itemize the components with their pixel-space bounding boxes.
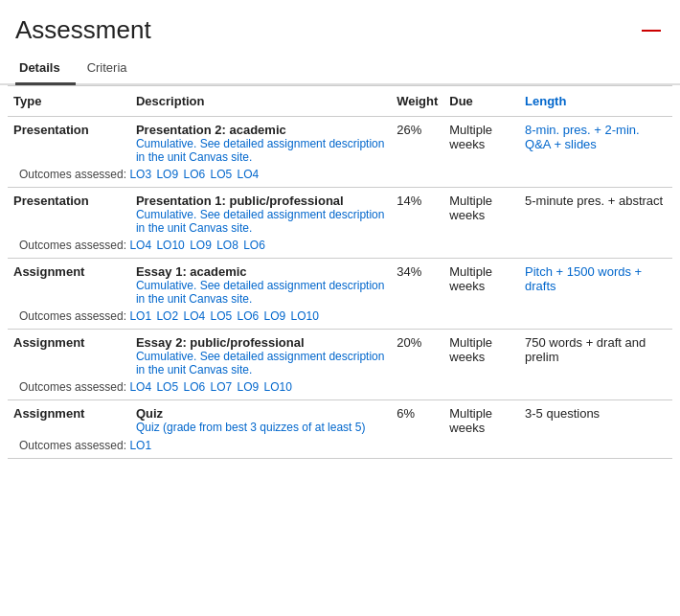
outcomes-row: Outcomes assessed: LO4 LO5 LO6 LO7 LO9 L… <box>8 378 672 400</box>
cell-description: QuizQuiz (grade from best 3 quizzes of a… <box>130 400 391 438</box>
cell-weight: 14% <box>391 188 443 238</box>
col-header-description: Description <box>130 86 391 117</box>
desc-title: Presentation 1: public/professional <box>136 194 385 208</box>
outcome-link[interactable]: LO5 <box>156 380 178 394</box>
desc-sub[interactable]: Cumulative. See detailed assignment desc… <box>136 208 385 235</box>
outcome-link[interactable]: LO10 <box>291 309 319 323</box>
outcome-link[interactable]: LO9 <box>190 239 212 252</box>
type-label: Presentation <box>13 194 89 208</box>
outcome-link[interactable]: LO4 <box>183 309 205 323</box>
cell-type: Assignment <box>8 259 130 308</box>
tab-details[interactable]: Details <box>15 53 76 85</box>
desc-title: Presentation 2: academic <box>136 123 385 137</box>
cell-due: Multiple weeks <box>443 400 519 438</box>
type-label: Assignment <box>13 406 84 421</box>
cell-description: Presentation 1: public/professionalCumul… <box>130 188 391 238</box>
outcome-link[interactable]: LO6 <box>243 239 265 252</box>
outcome-link[interactable]: LO4 <box>238 168 260 181</box>
outcome-link[interactable]: LO1 <box>129 309 151 323</box>
type-label: Assignment <box>13 335 84 350</box>
col-header-type: Type <box>8 86 130 117</box>
outcomes-row: Outcomes assessed: LO4 LO10 LO9 LO8 LO6 <box>8 237 672 259</box>
cell-type: Presentation <box>8 188 130 238</box>
outcomes-row: Outcomes assessed: LO3 LO9 LO6 LO5 LO4 <box>8 166 672 188</box>
outcomes-row: Outcomes assessed: LO1 LO2 LO4 LO5 LO6 L… <box>8 308 672 330</box>
outcome-link[interactable]: LO8 <box>216 239 238 252</box>
col-header-due: Due <box>443 86 519 117</box>
cell-length: 3-5 questions <box>519 400 672 438</box>
outcome-link[interactable]: LO6 <box>183 380 205 394</box>
outcomes-label: Outcomes assessed: <box>19 439 129 452</box>
outcome-link[interactable]: LO9 <box>238 380 260 394</box>
cell-weight: 20% <box>391 330 443 379</box>
outcome-link[interactable]: LO9 <box>156 168 178 181</box>
outcomes-cell: Outcomes assessed: LO1 LO2 LO4 LO5 LO6 L… <box>8 308 672 330</box>
table-header-row: Type Description Weight Due Length <box>8 86 672 117</box>
table-row: AssignmentEssay 1: academicCumulative. S… <box>8 259 672 308</box>
cell-type: Assignment <box>8 400 130 438</box>
table-row: AssignmentQuizQuiz (grade from best 3 qu… <box>8 400 672 438</box>
outcomes-cell: Outcomes assessed: LO1 <box>8 437 672 459</box>
cell-description: Essay 2: public/professionalCumulative. … <box>130 330 391 379</box>
outcome-link[interactable]: LO4 <box>129 239 151 252</box>
close-button[interactable]: — <box>638 15 665 42</box>
outcome-link[interactable]: LO6 <box>183 168 205 181</box>
outcomes-row: Outcomes assessed: LO1 <box>8 437 672 459</box>
outcome-link[interactable]: LO9 <box>264 309 286 323</box>
desc-sub[interactable]: Cumulative. See detailed assignment desc… <box>136 279 385 306</box>
cell-length: 750 words + draft and prelim <box>519 330 672 379</box>
outcome-link[interactable]: LO3 <box>129 168 151 181</box>
cell-description: Essay 1: academicCumulative. See detaile… <box>130 259 391 308</box>
outcome-link[interactable]: LO7 <box>210 380 232 394</box>
page-title: Assessment <box>15 15 151 45</box>
table-container: Type Description Weight Due Length Prese… <box>0 85 680 459</box>
cell-description: Presentation 2: academicCumulative. See … <box>130 117 391 167</box>
table-row: AssignmentEssay 2: public/professionalCu… <box>8 330 672 379</box>
cell-due: Multiple weeks <box>443 259 519 308</box>
outcomes-label: Outcomes assessed: <box>19 239 129 252</box>
outcome-link[interactable]: LO2 <box>156 309 178 323</box>
desc-title: Quiz <box>136 406 385 421</box>
cell-type: Presentation <box>8 117 130 167</box>
table-row: PresentationPresentation 1: public/profe… <box>8 188 672 238</box>
outcome-link[interactable]: LO5 <box>210 309 232 323</box>
desc-sub[interactable]: Cumulative. See detailed assignment desc… <box>136 137 385 164</box>
cell-type: Assignment <box>8 330 130 379</box>
page-header: Assessment — <box>0 0 680 53</box>
assessment-table: Type Description Weight Due Length Prese… <box>8 85 672 459</box>
cell-due: Multiple weeks <box>443 117 519 167</box>
cell-length: Pitch + 1500 words + drafts <box>519 259 672 308</box>
desc-sub[interactable]: Cumulative. See detailed assignment desc… <box>136 350 385 376</box>
cell-weight: 26% <box>391 117 443 167</box>
desc-title: Essay 1: academic <box>136 264 385 279</box>
cell-length: 8-min. pres. + 2-min. Q&A + slides <box>519 117 672 167</box>
col-header-weight: Weight <box>391 86 443 117</box>
outcome-link[interactable]: LO10 <box>264 380 292 394</box>
tab-bar: Details Criteria <box>0 53 680 85</box>
col-header-length: Length <box>519 86 672 117</box>
outcomes-cell: Outcomes assessed: LO4 LO5 LO6 LO7 LO9 L… <box>8 378 672 400</box>
tab-criteria[interactable]: Criteria <box>83 53 143 85</box>
cell-weight: 6% <box>391 400 443 438</box>
outcomes-cell: Outcomes assessed: LO4 LO10 LO9 LO8 LO6 <box>8 237 672 259</box>
cell-due: Multiple weeks <box>443 330 519 379</box>
cell-length: 5-minute pres. + abstract <box>519 188 672 238</box>
cell-due: Multiple weeks <box>443 188 519 238</box>
outcomes-cell: Outcomes assessed: LO3 LO9 LO6 LO5 LO4 <box>8 166 672 188</box>
outcome-link[interactable]: LO1 <box>129 439 151 452</box>
outcome-link[interactable]: LO6 <box>238 309 260 323</box>
outcome-link[interactable]: LO10 <box>156 239 184 252</box>
outcome-link[interactable]: LO5 <box>210 168 232 181</box>
type-label: Assignment <box>13 264 84 279</box>
desc-title: Essay 2: public/professional <box>136 335 385 350</box>
cell-weight: 34% <box>391 259 443 308</box>
type-label: Presentation <box>13 123 89 137</box>
outcome-link[interactable]: LO4 <box>129 380 151 394</box>
desc-sub[interactable]: Quiz (grade from best 3 quizzes of at le… <box>136 421 385 434</box>
outcomes-label: Outcomes assessed: <box>19 380 129 394</box>
outcomes-label: Outcomes assessed: <box>19 168 129 181</box>
outcomes-label: Outcomes assessed: <box>19 309 129 323</box>
table-row: PresentationPresentation 2: academicCumu… <box>8 117 672 167</box>
